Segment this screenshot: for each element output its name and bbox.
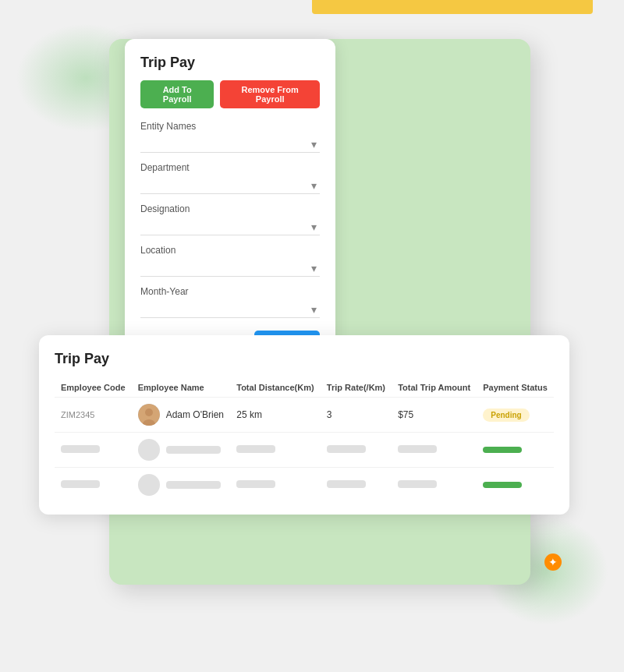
total-amount-cell xyxy=(392,433,477,468)
avatar-placeholder xyxy=(138,439,160,461)
department-group: Department xyxy=(140,162,320,194)
distance-cell: 25 km xyxy=(230,398,321,433)
month-year-group: Month-Year xyxy=(140,286,320,318)
status-badge-success xyxy=(483,447,522,453)
floating-icon: ✦ xyxy=(544,554,562,571)
emp-name-cell xyxy=(132,468,231,503)
month-year-select-wrapper xyxy=(140,300,320,318)
location-group: Location xyxy=(140,245,320,277)
col-trip-rate: Trip Rate(/Km) xyxy=(321,378,392,398)
entity-names-select-wrapper xyxy=(140,135,320,153)
status-cell xyxy=(477,468,554,503)
department-select-wrapper xyxy=(140,176,320,194)
table-body: ZIM2345 Adam O'Brien xyxy=(55,398,554,503)
col-emp-code: Employee Code xyxy=(55,378,132,398)
designation-select[interactable] xyxy=(140,218,320,235)
col-payment-status: Payment Status xyxy=(477,378,554,398)
month-year-label: Month-Year xyxy=(140,286,320,297)
table-row xyxy=(55,468,554,503)
skeleton xyxy=(327,480,366,488)
emp-name-cell xyxy=(132,433,231,468)
results-card-title: Trip Pay xyxy=(55,351,554,367)
department-select[interactable] xyxy=(140,176,320,194)
col-emp-name: Employee Name xyxy=(132,378,231,398)
skeleton xyxy=(327,445,366,453)
status-cell xyxy=(477,433,554,468)
skeleton xyxy=(61,445,100,453)
skeleton xyxy=(166,446,221,454)
action-buttons: Add To Payroll Remove From Payroll xyxy=(140,80,320,108)
status-cell: Pending xyxy=(477,398,554,433)
avatar-image xyxy=(138,404,160,426)
designation-group: Designation xyxy=(140,203,320,235)
location-select-wrapper xyxy=(140,259,320,277)
results-card: Trip Pay Employee Code Employee Name Tot… xyxy=(39,335,569,515)
designation-label: Designation xyxy=(140,203,320,214)
floating-icon-symbol: ✦ xyxy=(548,556,558,568)
entity-names-group: Entity Names xyxy=(140,121,320,153)
entity-names-select[interactable] xyxy=(140,135,320,153)
skeleton xyxy=(236,445,275,453)
skeleton xyxy=(166,481,221,489)
trip-rate-cell xyxy=(321,468,392,503)
skeleton xyxy=(236,480,275,488)
col-total-trip-amount: Total Trip Amount xyxy=(392,378,477,398)
table-header: Employee Code Employee Name Total Distan… xyxy=(55,378,554,398)
distance-cell xyxy=(230,468,321,503)
emp-code-cell xyxy=(55,433,132,468)
results-table: Employee Code Employee Name Total Distan… xyxy=(55,378,554,502)
avatar-placeholder xyxy=(138,474,160,496)
table-row: ZIM2345 Adam O'Brien xyxy=(55,398,554,433)
location-select[interactable] xyxy=(140,259,320,277)
status-badge-pending: Pending xyxy=(483,409,529,422)
results-table-wrapper: Employee Code Employee Name Total Distan… xyxy=(55,378,554,502)
trip-rate-cell xyxy=(321,433,392,468)
emp-name-cell: Adam O'Brien xyxy=(132,398,231,433)
distance-cell xyxy=(230,433,321,468)
col-total-distance: Total Distance(Km) xyxy=(230,378,321,398)
remove-from-payroll-button[interactable]: Remove From Payroll xyxy=(220,80,320,108)
emp-code-cell: ZIM2345 xyxy=(55,398,132,433)
svg-point-1 xyxy=(145,409,153,416)
month-year-select[interactable] xyxy=(140,300,320,318)
entity-names-label: Entity Names xyxy=(140,121,320,132)
total-amount-cell: $75 xyxy=(392,398,477,433)
skeleton xyxy=(398,480,437,488)
total-amount-cell xyxy=(392,468,477,503)
trip-rate-cell: 3 xyxy=(321,398,392,433)
emp-code-cell xyxy=(55,468,132,503)
search-card: Trip Pay Add To Payroll Remove From Payr… xyxy=(125,39,335,370)
designation-select-wrapper xyxy=(140,218,320,235)
location-label: Location xyxy=(140,245,320,256)
skeleton xyxy=(398,445,437,453)
emp-name-value: Adam O'Brien xyxy=(166,409,224,420)
status-badge-success xyxy=(483,482,522,488)
accent-bar xyxy=(312,0,593,14)
emp-code-value: ZIM2345 xyxy=(61,410,94,419)
search-card-title: Trip Pay xyxy=(140,55,320,71)
table-row xyxy=(55,433,554,468)
add-to-payroll-button[interactable]: Add To Payroll xyxy=(140,80,214,108)
avatar xyxy=(138,404,160,426)
skeleton xyxy=(61,480,100,488)
department-label: Department xyxy=(140,162,320,173)
